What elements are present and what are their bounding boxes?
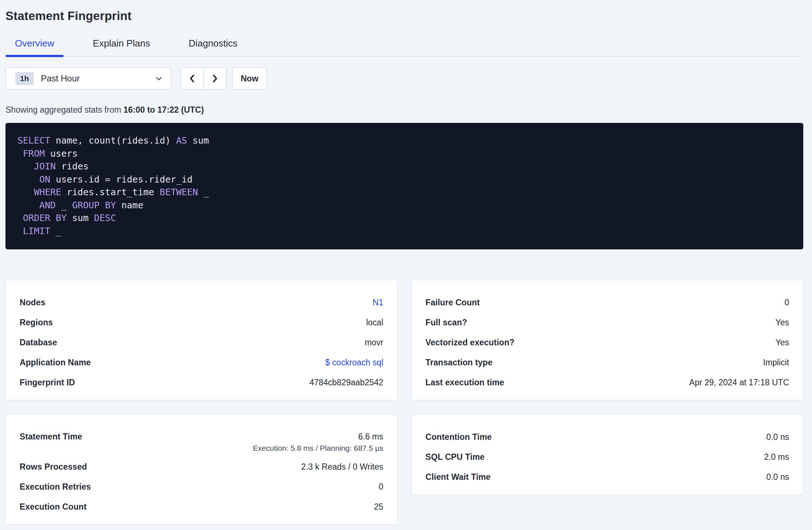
time-range-label: Past Hour: [41, 73, 155, 84]
info-row-execution-count: Execution Count 25: [20, 497, 383, 517]
application-name-link[interactable]: $ cockroach sql: [325, 358, 383, 368]
sql-text: [17, 226, 23, 236]
statement-timing-card: Statement Time 6.6 ms Execution: 5.8 ms …: [5, 414, 398, 525]
sql-text: _: [56, 200, 72, 210]
next-time-window-button[interactable]: [204, 68, 226, 89]
chevron-right-icon: [210, 74, 220, 83]
info-label: Failure Count: [426, 298, 480, 308]
info-label: SQL CPU Time: [426, 452, 485, 462]
info-row-nodes: Nodes N1: [20, 293, 383, 313]
sql-line: FROM users: [17, 147, 792, 160]
now-button[interactable]: Now: [232, 67, 267, 90]
info-value: 0: [379, 482, 383, 492]
aggregated-stats-line: Showing aggregated stats from 16:00 to 1…: [5, 104, 803, 115]
info-row-sql-cpu-time: SQL CPU Time 2.0 ms: [426, 447, 789, 467]
sql-text: [17, 174, 39, 185]
sql-keyword: BETWEEN: [160, 187, 198, 197]
execution-attributes-card: Failure Count 0 Full scan? Yes Vectorize…: [411, 280, 804, 400]
sql-text: name, count(rides.id): [50, 135, 176, 146]
info-row-execution-retries: Execution Retries 0: [20, 477, 383, 497]
statement-fingerprint-page: Statement Fingerprint Overview Explain P…: [0, 0, 812, 525]
info-row-database: Database movr: [20, 333, 383, 353]
info-value: local: [366, 318, 383, 328]
sql-line: JOIN rides: [17, 160, 792, 173]
time-interval-badge: 1h: [15, 72, 34, 85]
info-value: Yes: [775, 338, 789, 348]
sql-text: _: [50, 226, 61, 236]
sql-text: [17, 187, 34, 197]
sql-keyword: SELECT: [17, 135, 50, 146]
sql-keyword: DESC: [94, 213, 116, 223]
sql-line: WHERE rides.start_time BETWEEN _: [17, 186, 792, 199]
sql-line: ORDER BY sum DESC: [17, 212, 792, 225]
info-label: Transaction type: [426, 358, 493, 368]
info-row-failure-count: Failure Count 0: [426, 293, 789, 313]
sql-keyword: ORDER BY: [23, 213, 67, 223]
info-value: 2.3 k Reads / 0 Writes: [301, 462, 383, 472]
info-row-full-scan: Full scan? Yes: [426, 313, 789, 333]
sql-line: LIMIT _: [17, 225, 792, 238]
info-value: Apr 29, 2024 at 17:18 UTC: [689, 378, 789, 388]
info-label: Nodes: [20, 298, 45, 308]
sql-keyword: FROM: [23, 148, 45, 159]
sql-text: rides.start_time: [61, 187, 160, 197]
info-value: Yes: [775, 318, 789, 328]
info-value: 4784cb829aab2542: [309, 378, 383, 388]
info-row-vectorized-execution: Vectorized execution? Yes: [426, 333, 789, 353]
chevron-left-icon: [188, 74, 197, 83]
sql-text: _: [198, 187, 209, 197]
info-value: movr: [365, 338, 383, 348]
sql-keyword: LIMIT: [23, 226, 50, 236]
sql-text: sum: [67, 213, 94, 223]
info-label: Fingerprint ID: [20, 378, 75, 388]
sql-line: SELECT name, count(rides.id) AS sum: [17, 134, 792, 147]
info-row-rows-processed: Rows Processed 2.3 k Reads / 0 Writes: [20, 457, 383, 477]
statement-time-values: 6.6 ms Execution: 5.8 ms / Planning: 687…: [253, 432, 383, 453]
sql-line: ON users.id = rides.rider_id: [17, 173, 792, 186]
info-row-last-execution-time: Last execution time Apr 29, 2024 at 17:1…: [426, 373, 789, 393]
sql-keyword: ON: [39, 174, 50, 185]
info-value: Implicit: [763, 358, 789, 368]
sql-keyword: GROUP BY: [72, 200, 116, 210]
sql-keyword: JOIN: [34, 161, 56, 172]
info-label: Contention Time: [426, 432, 492, 442]
info-value: 2.0 ms: [764, 452, 789, 462]
chevron-down-icon: [155, 75, 163, 83]
info-label: Application Name: [20, 358, 91, 368]
sql-text: sum: [187, 135, 209, 146]
nodes-link[interactable]: N1: [373, 298, 383, 308]
info-row-transaction-type: Transaction type Implicit: [426, 353, 789, 373]
time-range-select[interactable]: 1h Past Hour: [5, 67, 171, 90]
previous-time-window-button[interactable]: [181, 68, 204, 89]
info-row-client-wait-time: Client Wait Time 0.0 ns: [426, 467, 789, 487]
sql-text: name: [116, 200, 143, 210]
info-value: 0.0 ns: [766, 432, 789, 442]
info-label: Vectorized execution?: [426, 338, 515, 348]
summary-cards: Nodes N1 Regions local Database movr App…: [5, 280, 803, 525]
time-window-stepper: [181, 67, 226, 90]
sql-text: users.id = rides.rider_id: [50, 174, 192, 185]
sql-text: [17, 213, 23, 223]
tab-diagnostics[interactable]: Diagnostics: [179, 38, 247, 56]
info-value: 0.0 ns: [766, 472, 789, 482]
info-label: Last execution time: [426, 378, 505, 388]
sql-line: AND _ GROUP BY name: [17, 199, 792, 212]
info-label: Execution Count: [20, 502, 87, 512]
info-label: Rows Processed: [20, 462, 87, 472]
aggregated-stats-prefix: Showing aggregated stats from: [5, 105, 124, 115]
time-controls: 1h Past Hour Now: [5, 67, 803, 90]
wait-time-card: Contention Time 0.0 ns SQL CPU Time 2.0 …: [411, 414, 804, 495]
info-label: Statement Time: [20, 432, 82, 442]
sql-keyword: AND: [39, 200, 56, 210]
aggregated-stats-range: 16:00 to 17:22 (UTC): [124, 105, 204, 115]
tab-explain-plans[interactable]: Explain Plans: [83, 38, 160, 56]
info-row-application-name: Application Name $ cockroach sql: [20, 353, 383, 373]
info-row-statement-time: Statement Time 6.6 ms Execution: 5.8 ms …: [20, 427, 383, 457]
tab-overview[interactable]: Overview: [5, 38, 64, 56]
sql-keyword: WHERE: [34, 187, 61, 197]
info-value: 25: [374, 502, 383, 512]
statement-details-card: Nodes N1 Regions local Database movr App…: [5, 280, 398, 400]
page-title: Statement Fingerprint: [5, 9, 803, 23]
info-row-contention-time: Contention Time 0.0 ns: [426, 427, 789, 447]
info-label: Execution Retries: [20, 482, 91, 492]
